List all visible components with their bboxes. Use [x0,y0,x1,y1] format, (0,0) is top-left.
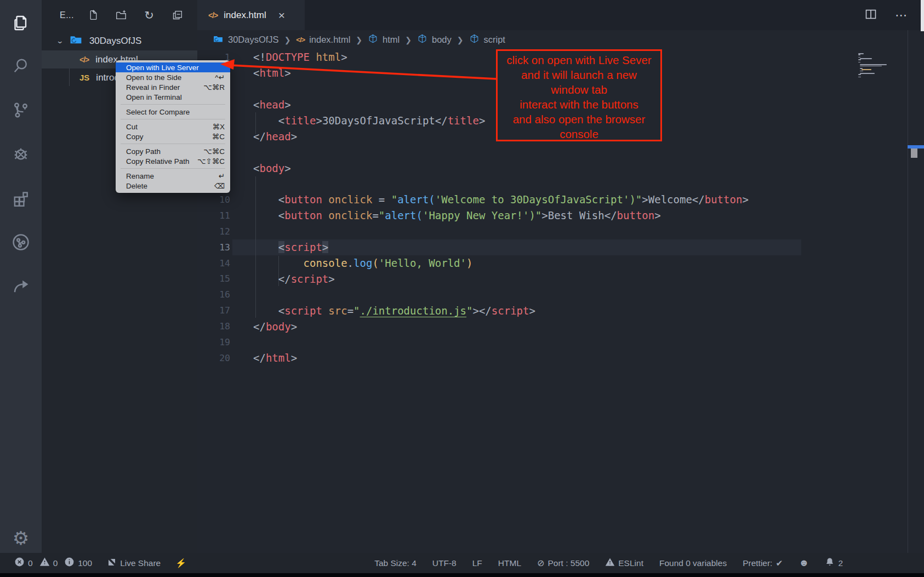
tree-root-30daysofjs[interactable]: ⌄ 30DaysOfJS [42,32,197,50]
code-text: console.log('Hello, World') [253,257,472,269]
explorer-icon[interactable] [0,5,42,41]
search-icon[interactable] [0,48,42,83]
context-menu-item[interactable]: Copy⌘C [116,132,230,141]
root-folder-label: 30DaysOfJS [89,36,141,47]
line-number: 16 [197,289,230,300]
variables-status[interactable]: Found 0 variables [659,558,727,568]
context-menu-item[interactable]: Delete⌫ [116,181,230,191]
code-line[interactable]: 19 [197,334,924,350]
menu-item-label: Open with Live Server [126,64,225,72]
breadcrumb-item-body[interactable]: body [417,33,452,46]
code-line[interactable]: 8<body> [197,160,924,176]
breadcrumb-item-html[interactable]: html [368,33,400,46]
menu-item-label: Open to the Side [126,73,208,82]
eslint-status[interactable]: ESLint [605,557,643,569]
tab-size-status[interactable]: Tab Size: 4 [374,558,417,568]
minimap-line [862,69,871,70]
breadcrumb-separator: ❯ [356,36,362,44]
encoding-status[interactable]: UTF-8 [432,558,457,568]
code-line[interactable]: 9 [197,176,924,192]
code-text: <button onclick="alert('Happy New Year!'… [253,209,661,221]
code-text: <script> [253,241,328,253]
code-line[interactable]: 12 [197,224,924,239]
prettier-status[interactable]: Prettier: ✔ [743,558,783,568]
scrollbar-thumb[interactable] [911,148,917,158]
code-line[interactable]: 11 <button onclick="alert('Happy New Yea… [197,208,924,224]
chevron-down-icon: ⌄ [56,37,64,45]
code-line[interactable]: 20</html> [197,350,924,366]
settings-gear-icon[interactable]: ⚙ [0,521,42,556]
menu-item-shortcut: ⌘X [212,122,225,131]
extensions-icon[interactable] [0,181,42,216]
code-line[interactable]: 16 [197,287,924,302]
context-menu-item[interactable]: Copy Relative Path⌥⇧⌘C [116,156,230,166]
overlay-scrollbar [921,0,924,31]
bolt-status[interactable]: ⚡ [175,558,186,568]
problems-status[interactable]: 0 0 100 [14,557,92,569]
notifications-status[interactable]: 2 [825,557,843,569]
code-text: <body> [253,162,291,174]
line-number: 15 [197,273,230,284]
minimap-line [858,59,861,60]
code-line[interactable]: 13 <script> [197,239,924,255]
explorer-title: E... [60,10,74,20]
breadcrumb-item-file[interactable]: </> index.html [296,35,350,45]
code-line[interactable]: 7 [197,144,924,160]
menu-item-label: Copy Path [126,147,197,156]
minimap-line [860,64,887,65]
context-menu-item[interactable]: Select for Compare [116,107,230,117]
code-line[interactable]: 17 <script src="./introduction.js"></scr… [197,302,924,318]
symbol-cube-icon [469,33,480,46]
context-menu-item[interactable]: Reveal in Finder⌥⌘R [116,82,230,92]
code-text: <script src="./introduction.js"></script… [253,305,535,317]
bell-icon [825,557,835,569]
menu-item-label: Reveal in Finder [126,83,197,92]
close-icon[interactable]: × [278,9,285,21]
language-status[interactable]: HTML [498,558,521,568]
circle-branch-icon[interactable] [0,225,42,260]
tab-index-html[interactable]: </> index.html × [197,0,305,30]
context-menu-item[interactable]: Open to the Side^↵ [116,72,230,82]
live-share-status[interactable]: Live Share [107,557,161,569]
debug-icon[interactable] [0,137,42,172]
activity-bar: ⚙ [0,0,42,573]
code-line[interactable]: 14 console.log('Hello, World') [197,255,924,271]
minimap-line [858,77,861,78]
code-text: <html> [253,67,291,79]
context-menu-item[interactable]: Open in Terminal [116,92,230,102]
code-line[interactable]: 18</body> [197,318,924,334]
collapse-all-icon[interactable] [171,9,183,21]
more-actions-icon[interactable]: ⋯ [895,8,908,22]
code-text: <head> [253,99,291,111]
context-menu-item[interactable]: Copy Path⌥⌘C [116,146,230,156]
menu-item-shortcut: ↵ [219,172,225,180]
menu-item-shortcut: ⌫ [214,181,225,190]
share-icon[interactable] [0,268,42,304]
symbol-cube-icon [368,33,378,46]
context-menu-item[interactable]: Rename↵ [116,171,230,181]
breadcrumb-item-script[interactable]: script [469,33,505,46]
port-status[interactable]: ⊘ Port : 5500 [537,558,589,568]
breadcrumb-item-folder[interactable]: 30DaysOfJS [213,33,279,47]
menu-item-label: Cut [126,123,206,131]
line-number: 12 [197,226,230,237]
feedback-status[interactable]: ☻ [798,557,809,569]
minimap[interactable] [858,53,908,78]
split-editor-icon[interactable] [864,8,877,23]
menu-item-label: Open in Terminal [126,93,225,101]
html-file-icon: </> [208,11,218,20]
folder-icon [69,33,83,49]
source-control-icon[interactable] [0,93,42,128]
explorer-header: E... ↻ [42,0,197,30]
menu-item-shortcut: ^↵ [215,73,225,82]
code-line[interactable]: 10 <button onclick = "alert('Welcome to … [197,192,924,208]
context-menu-item[interactable]: Open with Live Server [116,62,230,72]
context-menu-item[interactable]: Cut⌘X [116,122,230,132]
new-folder-icon[interactable] [115,9,127,21]
new-file-icon[interactable] [87,9,99,21]
js-file-icon: JS [79,73,89,82]
code-line[interactable]: 15 </script> [197,271,924,287]
eol-status[interactable]: LF [472,558,482,568]
refresh-icon[interactable]: ↻ [143,9,155,21]
status-bar: 0 0 100 Live Share ⚡ [0,553,924,573]
